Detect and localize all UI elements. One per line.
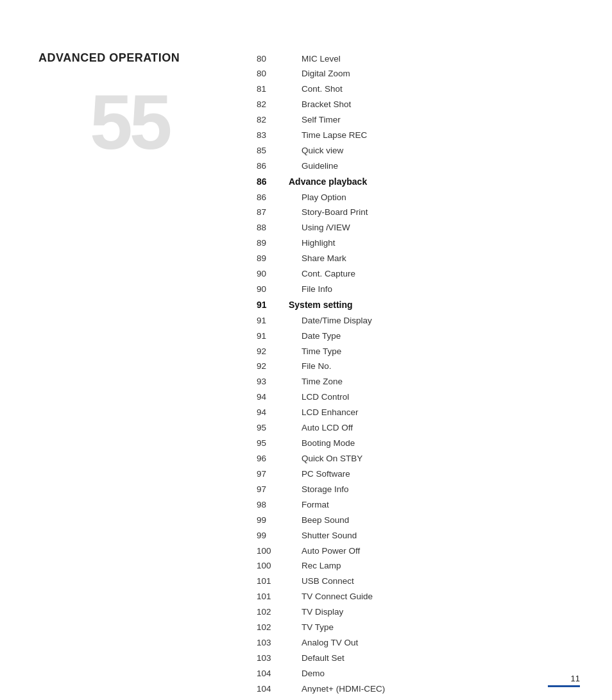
toc-page-num: 86 [257,190,289,205]
toc-item-label: Demo [289,666,574,681]
toc-item-label: Time Lapse REC [289,128,574,144]
toc-item-label: Cont. Capture [289,267,574,282]
toc-page-num: 104 [257,681,289,697]
toc-page-num: 86 [257,174,289,190]
toc-page-num: 95 [257,421,289,436]
table-row: 90File Info [257,282,574,298]
toc-page-num: 92 [257,344,289,359]
toc-item-label: LCD Control [289,390,574,405]
toc-item-label: Shutter Sound [289,528,574,543]
toc-page-num: 99 [257,513,289,528]
toc-page-num: 89 [257,252,289,267]
toc-page-num: 96 [257,452,289,467]
toc-item-label: Advance playback [289,174,574,190]
table-row: 99Beep Sound [257,513,574,528]
toc-item-label: Share Mark [289,252,574,267]
table-row: 90Cont. Capture [257,267,574,282]
toc-item-label: Analog TV Out [289,636,574,651]
table-row: 85Quick view [257,144,574,159]
page-title: ADVANCED OPERATION [38,51,257,65]
table-row: 97PC Software [257,466,574,482]
footer-line [548,685,580,687]
table-row: 98Format [257,497,574,513]
table-row: 91Date Type [257,329,574,344]
toc-item-label: Date/Time Display [289,313,574,329]
table-row: 82Bracket Shot [257,98,574,113]
toc-item-label: Format [289,497,574,513]
toc-page-num: 95 [257,436,289,452]
toc-page-num: 102 [257,620,289,636]
toc-item-label: Quick On STBY [289,452,574,467]
table-row: 80Digital Zoom [257,67,574,82]
toc-item-label: USB Connect [289,574,574,590]
toc-item-label: System setting [289,298,574,314]
table-row: 103Analog TV Out [257,636,574,651]
left-section: ADVANCED OPERATION 55 [38,51,257,697]
toc-page-num: 80 [257,51,289,67]
table-row: 89Highlight [257,236,574,252]
toc-item-label: PC Software [289,466,574,482]
content-area: ADVANCED OPERATION 55 80MIC Level80Digit… [0,0,612,700]
toc-table: 80MIC Level80Digital Zoom81Cont. Shot82B… [257,51,574,697]
toc-page-num: 86 [257,158,289,174]
toc-page-num: 98 [257,497,289,513]
toc-page-num: 97 [257,482,289,497]
toc-page-num: 90 [257,267,289,282]
page-number: 11 [571,674,580,683]
toc-page-num: 101 [257,574,289,590]
table-row: 86Advance playback [257,174,574,190]
toc-page-num: 83 [257,128,289,144]
toc-page-num: 102 [257,605,289,620]
toc-page-num: 91 [257,313,289,329]
toc-item-label: Highlight [289,236,574,252]
toc-item-label: Beep Sound [289,513,574,528]
table-row: 92File No. [257,359,574,375]
toc-item-label: Bracket Shot [289,98,574,113]
toc-item-label: Anynet+ (HDMI-CEC) [289,681,574,697]
toc-page-num: 82 [257,98,289,113]
toc-item-label: Self Timer [289,113,574,128]
table-row: 91Date/Time Display [257,313,574,329]
toc-page-num: 104 [257,666,289,681]
toc-page-num: 80 [257,67,289,82]
toc-item-label: Cont. Shot [289,82,574,98]
toc-item-label: MIC Level [289,51,574,67]
toc-page-num: 81 [257,82,289,98]
toc-page-num: 103 [257,636,289,651]
toc-item-label: TV Connect Guide [289,590,574,605]
toc-page-num: 93 [257,375,289,390]
table-row: 104Anynet+ (HDMI-CEC) [257,681,574,697]
table-row: 91System setting [257,298,574,314]
table-row: 87Story-Board Print [257,205,574,221]
toc-page-num: 94 [257,390,289,405]
toc-page-num: 100 [257,543,289,559]
table-row: 93Time Zone [257,375,574,390]
toc-page-num: 101 [257,590,289,605]
toc-item-label: LCD Enhancer [289,405,574,421]
table-row: 104Demo [257,666,574,681]
toc-item-label: Rec Lamp [289,559,574,574]
toc-item-label: Play Option [289,190,574,205]
table-row: 100Auto Power Off [257,543,574,559]
toc-item-label: Time Zone [289,375,574,390]
toc-page-num: 88 [257,221,289,236]
toc-item-label: TV Type [289,620,574,636]
toc-page-num: 89 [257,236,289,252]
table-row: 97Storage Info [257,482,574,497]
table-row: 101USB Connect [257,574,574,590]
table-row: 95Booting Mode [257,436,574,452]
toc-item-label: TV Display [289,605,574,620]
toc-item-label: Digital Zoom [289,67,574,82]
toc-item-label: Using iVIEW [289,221,574,236]
page-container: ADVANCED OPERATION 55 80MIC Level80Digit… [0,0,612,700]
toc-page-num: 91 [257,298,289,314]
table-row: 82Self Timer [257,113,574,128]
toc-item-label: Auto Power Off [289,543,574,559]
toc-page-num: 100 [257,559,289,574]
table-row: 92Time Type [257,344,574,359]
toc-item-label: Guideline [289,158,574,174]
table-row: 81Cont. Shot [257,82,574,98]
toc-item-label: Booting Mode [289,436,574,452]
table-row: 99Shutter Sound [257,528,574,543]
table-row: 100Rec Lamp [257,559,574,574]
